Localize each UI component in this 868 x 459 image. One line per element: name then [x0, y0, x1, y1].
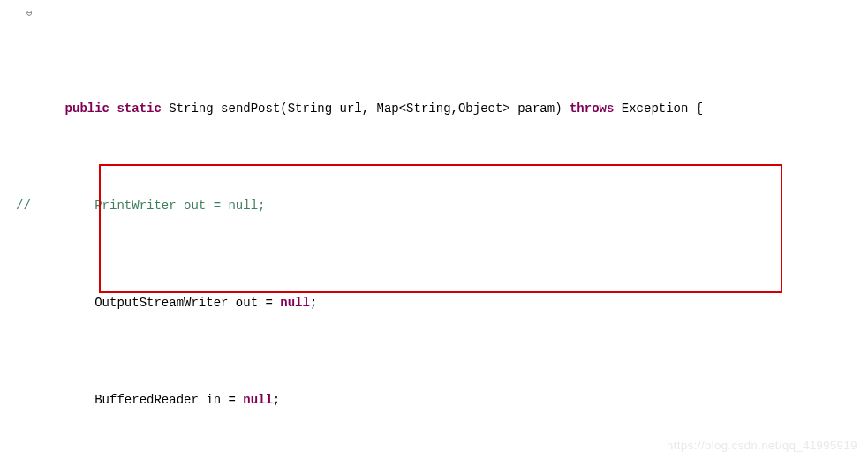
collapse-marker-icon: ⊖: [26, 4, 33, 23]
code-line: BufferedReader in = null;: [5, 390, 868, 410]
throws-clause: Exception {: [614, 102, 703, 116]
code-line: OutputStreamWriter out = null;: [5, 293, 868, 312]
decl-in: BufferedReader in =: [94, 393, 243, 407]
keyword-public: public: [65, 102, 109, 116]
keyword-null: null: [243, 393, 273, 407]
keyword-null: null: [280, 296, 310, 310]
keyword-throws: throws: [570, 102, 614, 116]
commented-code: PrintWriter out =: [94, 199, 228, 213]
decl-out: OutputStreamWriter out =: [94, 296, 280, 310]
keyword-static: static: [117, 102, 161, 116]
code-line: // PrintWriter out = null;: [5, 196, 868, 215]
watermark: https://blog.csdn.net/qq_41995919: [667, 436, 857, 455]
code-pane: ⊖ public static String sendPost(String u…: [0, 0, 868, 459]
return-type: String: [169, 102, 213, 116]
method-signature: sendPost(String url, Map<String,Object> …: [214, 102, 570, 116]
highlight-box: [99, 164, 782, 293]
comment-gutter: //: [5, 196, 35, 215]
code-line: public static String sendPost(String url…: [5, 99, 868, 118]
